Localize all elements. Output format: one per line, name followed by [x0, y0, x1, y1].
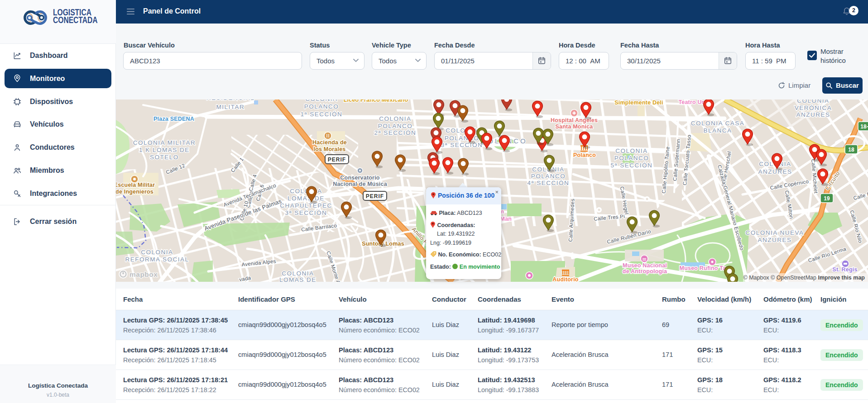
svg-text:Nacional de Música: Nacional de Música: [333, 181, 387, 187]
svg-text:BLANCA: BLANCA: [703, 127, 732, 134]
svg-text:COLONIA: COLONIA: [282, 270, 314, 277]
svg-text:ANZURES: ANZURES: [758, 237, 791, 243]
svg-text:18: 18: [848, 147, 854, 153]
svg-text:Teatro Un: Teatro Un: [678, 100, 705, 105]
svg-text:18-: 18-: [860, 123, 868, 130]
svg-text:los Morales: los Morales: [314, 146, 346, 152]
svg-text:CHAPULTEPEC: CHAPULTEPEC: [280, 202, 332, 209]
svg-text:POLANCO: POLANCO: [304, 103, 339, 110]
svg-text:COLONIA CASA: COLONIA CASA: [691, 120, 745, 127]
svg-text:COLONIA: COLONIA: [305, 100, 337, 102]
svg-text:Plaza SEDENA: Plaza SEDENA: [153, 116, 194, 122]
svg-text:POLANCO: POLANCO: [378, 123, 413, 129]
svg-text:RESIDENCIAL: RESIDENCIAL: [206, 100, 255, 101]
svg-text:Simplemente Deli: Simplemente Deli: [614, 100, 663, 106]
svg-text:POLANCO: POLANCO: [531, 173, 566, 180]
svg-text:19: 19: [824, 195, 830, 202]
svg-text:Museo Nacional: Museo Nacional: [623, 262, 667, 269]
svg-text:© Mapbox © OpenStreetMap Impro: © Mapbox © OpenStreetMap Improve this ma…: [743, 275, 865, 281]
svg-text:Hacienda de: Hacienda de: [312, 139, 347, 146]
svg-text:3ª SECCIÓN: 3ª SECCIÓN: [441, 142, 483, 148]
svg-text:MILITAR: MILITAR: [216, 104, 245, 110]
svg-text:LOMAS DE: LOMAS DE: [279, 276, 317, 282]
svg-text:Liceo Franco Mexicano: Liceo Franco Mexicano: [344, 100, 408, 103]
svg-text:ANZURES: ANZURES: [758, 168, 792, 175]
svg-text:LOMAS DE: LOMAS DE: [288, 195, 325, 202]
svg-text:ANZURES: ANZURES: [796, 111, 830, 118]
svg-text:PERIF: PERIF: [328, 156, 346, 163]
svg-text:mapbox: mapbox: [129, 270, 158, 278]
svg-text:Conservatorio: Conservatorio: [340, 175, 380, 181]
svg-text:Polanco: Polanco: [573, 152, 596, 158]
svg-text:de Antropología: de Antropología: [623, 268, 667, 275]
svg-text:Auditorio: Auditorio: [552, 276, 579, 282]
svg-text:COLONIA: COLONIA: [141, 249, 173, 256]
svg-text:COLONIA MILITAR: COLONIA MILITAR: [133, 139, 196, 146]
svg-text:POLANCO: POLANCO: [614, 155, 649, 161]
svg-text:1ª SECCIÓN: 1ª SECCIÓN: [301, 111, 343, 118]
svg-text:Santa Monica: Santa Monica: [556, 123, 594, 130]
svg-text:3ª SECCIÓN: 3ª SECCIÓN: [285, 209, 327, 216]
svg-text:Museo Rufino Ta: Museo Rufino Ta: [680, 265, 727, 271]
svg-text:PERIF: PERIF: [366, 193, 384, 199]
svg-text:COLONIA: COLONIA: [615, 147, 647, 154]
svg-text:1 K LOMAS DE: 1 K LOMAS DE: [139, 147, 190, 153]
svg-text:VERÓNICA: VERÓNICA: [795, 104, 832, 111]
svg-text:2ª SECCIÓN: 2ª SECCIÓN: [374, 129, 417, 136]
svg-text:5ª SECCIÓN: 5ª SECCIÓN: [611, 162, 653, 169]
svg-text:COLONIA: COLONIA: [379, 115, 411, 122]
svg-text:de Ingenieros: de Ingenieros: [116, 189, 153, 195]
svg-text:4ª SECCIÓN: 4ª SECCIÓN: [528, 180, 570, 186]
svg-text:SOTELO: SOTELO: [150, 154, 179, 161]
svg-text:REFORMA SOCIAL: REFORMA SOCIAL: [125, 256, 189, 263]
svg-text:COLONIA NUEVA: COLONIA NUEVA: [746, 229, 804, 236]
svg-text:COLONIA: COLONIA: [797, 100, 829, 104]
